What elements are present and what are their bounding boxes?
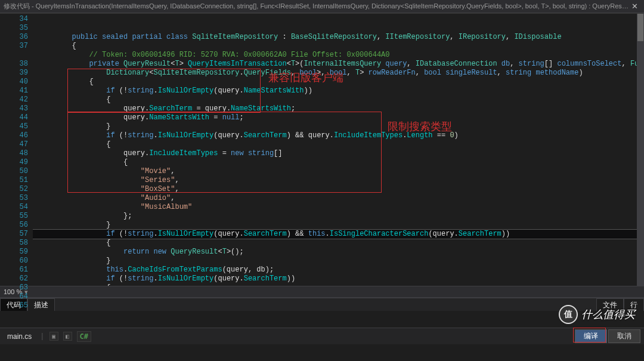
bottom-tabs: 代码描述 文件行 [0,298,644,311]
code-line[interactable]: if (!string.IsNullOrEmpty(query.SearchTe… [33,230,644,239]
sidebar-icon[interactable]: ◧ [63,332,72,341]
code-line[interactable]: "BoxSet", [33,185,644,194]
code-line[interactable]: if (!string.IsNullOrEmpty(query.SearchTe… [33,274,644,283]
code-line[interactable]: { [33,78,644,87]
code-line[interactable]: }; [33,212,644,221]
code-line[interactable]: } [33,122,644,131]
watermark-icon: 值 [559,305,578,324]
code-line[interactable]: query.NameStartsWith = null; [33,113,644,122]
terminal-icon[interactable]: ▣ [49,332,58,341]
code-line[interactable]: { [33,158,644,167]
scrollbar-thumb[interactable] [637,14,643,41]
code-line[interactable]: { [33,239,644,248]
code-line[interactable]: query.SearchTerm = query.NameStartsWith; [33,104,644,113]
code-area[interactable]: public sealed partial class SqliteItemRe… [33,14,644,286]
code-line[interactable]: "MusicAlbum" [33,203,644,212]
code-line[interactable]: "Movie", [33,167,644,176]
code-line[interactable]: private QueryResult<T> QueryItemsInTrans… [33,60,644,69]
code-line[interactable]: "Series", [33,176,644,185]
tab-描述[interactable]: 描述 [27,298,55,311]
vertical-scrollbar[interactable] [637,14,644,286]
lower-panel: 值 什么值得买 main.cs | ▣ ◧ C# 编译 取消 [0,311,644,344]
status-bar: main.cs | ▣ ◧ C# 编译 取消 [0,328,644,344]
watermark: 值 什么值得买 [559,305,635,324]
code-line[interactable]: { [33,42,644,51]
code-line[interactable]: } [33,257,644,266]
watermark-text: 什么值得买 [581,307,635,322]
status-filename: main.cs [4,331,35,342]
compile-button[interactable]: 编译 [575,329,607,343]
code-line[interactable]: "Audio", [33,194,644,203]
code-line[interactable]: query.IncludeItemTypes = new string[] [33,149,644,158]
code-line[interactable]: } [33,221,644,230]
title-bar: 修改代码 - QueryItemsInTransaction(InternalI… [0,0,644,13]
code-line[interactable]: return new QueryResult<T>(); [33,248,644,257]
close-icon[interactable]: ✕ [629,2,640,11]
line-number-gutter: 3435363738394041424344454647484950515253… [0,14,33,286]
code-line[interactable]: // Token: 0x06001496 RID: 5270 RVA: 0x00… [33,51,644,60]
code-line[interactable]: { [33,283,644,286]
code-line[interactable]: { [33,140,644,149]
code-line[interactable]: if (!string.IsNullOrEmpty(query.SearchTe… [33,131,644,140]
code-editor: 3435363738394041424344454647484950515253… [0,13,644,286]
window-title: 修改代码 - QueryItemsInTransaction(InternalI… [4,2,629,11]
code-line[interactable]: public sealed partial class SqliteItemRe… [33,33,644,42]
code-line[interactable]: this.CacheIdsFromTextParams(query, db); [33,266,644,274]
cancel-button[interactable]: 取消 [608,329,640,343]
zoom-bar: 100 % ▾ [0,286,644,298]
code-line[interactable]: Dictionary<SqliteItemRepository.QueryFie… [33,69,644,78]
language-badge[interactable]: C# [77,331,91,342]
code-line[interactable]: if (!string.IsNullOrEmpty(query.NameStar… [33,87,644,95]
code-line[interactable]: { [33,95,644,104]
